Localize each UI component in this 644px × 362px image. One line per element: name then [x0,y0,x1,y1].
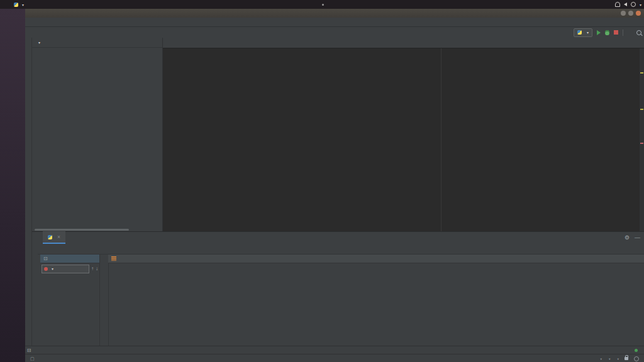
frames-header: ⊡ [40,255,99,263]
chevron-down-icon: ▾ [38,40,40,45]
settings-gear-icon[interactable]: ⚙ [625,234,630,241]
window-controls [621,11,641,16]
project-tool-window: ▾ [32,38,163,231]
desktop: ▾ ▾ [0,0,644,362]
variables-panel [108,255,644,346]
window-title-bar[interactable] [25,9,644,18]
toolbar-right: ▾ [574,27,641,38]
editor-tab-bar [163,38,644,48]
debug-icon[interactable] [605,30,609,35]
thread-selector[interactable]: ▾ [42,265,89,273]
ubuntu-dock [0,9,25,362]
event-log-icon [635,349,638,352]
tool-window-quick-access-icon[interactable]: ⊟ [25,348,33,353]
close-icon[interactable]: × [57,234,60,240]
variables-header [108,255,644,263]
git-branch-select[interactable]: ▾ [616,357,619,361]
debug-header: × ⚙ — [25,232,644,243]
line-separator-select[interactable]: ▾ [599,357,602,361]
system-tray[interactable]: ▾ [615,2,641,7]
volume-icon [624,3,627,6]
event-log-button[interactable] [635,349,640,352]
run-configuration-select[interactable]: ▾ [574,28,592,37]
debug-tool-window: × ⚙ — ⊡ [25,231,644,346]
user-icon [615,2,620,7]
encoding-select[interactable]: ▾ [608,357,611,361]
divider [623,30,623,36]
tool-window-bar: ⊟ [25,346,644,354]
lock-icon[interactable] [625,357,628,360]
chevron-down-icon: ▾ [587,30,589,35]
debug-content: ⊡ ▾ ↑ ↓ [38,255,644,346]
message-icon: ▢ [30,356,35,361]
project-panel-header[interactable]: ▾ [32,38,162,48]
power-icon [631,2,636,7]
highlighting-level-icon[interactable] [634,356,639,361]
project-tree [32,48,162,228]
search-icon[interactable] [636,30,641,35]
python-icon [577,30,582,35]
menu-bar [25,18,644,27]
frames-panel: ⊡ ▾ ↑ ↓ [40,255,100,346]
right-margin-guide [441,48,441,231]
debug-toolbar [38,243,644,255]
chevron-down-icon: ▾ [22,3,24,7]
pycharm-window: ▾ ▾ [25,9,644,362]
pycharm-icon [14,3,18,7]
error-mark[interactable] [640,143,643,144]
clock[interactable] [320,4,324,6]
variables-icon [111,256,116,261]
chevron-down-icon: ▾ [52,266,53,271]
minimize-icon[interactable] [621,11,626,16]
next-frame-icon[interactable]: ↓ [96,266,98,272]
app-menu[interactable]: ▾ [10,3,28,7]
warning-mark[interactable] [640,72,643,74]
horizontal-scrollbar[interactable] [35,229,129,231]
warning-mark[interactable] [640,109,643,110]
previous-frame-icon[interactable]: ↑ [91,266,94,272]
notification-dot-icon [322,4,324,6]
python-icon [48,235,52,239]
main-area: ▾ [25,38,644,231]
code-editor[interactable] [163,48,640,231]
frames-icon: ⊡ [43,256,48,261]
navigation-bar: ▾ [25,27,644,38]
maximize-icon[interactable] [628,11,633,16]
run-icon[interactable] [597,30,601,35]
editor-area [163,38,644,231]
hide-panel-icon[interactable]: — [635,234,640,241]
ubuntu-top-bar: ▾ ▾ [0,0,644,9]
status-bar: ▢ ▾ ▾ ▾ [25,354,644,362]
variables-toolbar [99,255,109,346]
thread-icon [44,267,48,271]
error-stripe[interactable] [640,48,644,231]
close-icon[interactable] [636,11,641,16]
stop-icon[interactable] [614,30,618,35]
variable-list [108,263,644,346]
frame-list [40,273,99,346]
chevron-down-icon: ▾ [640,3,641,7]
tool-window-stripe [25,38,32,346]
debug-session-tab[interactable]: × [43,231,65,244]
